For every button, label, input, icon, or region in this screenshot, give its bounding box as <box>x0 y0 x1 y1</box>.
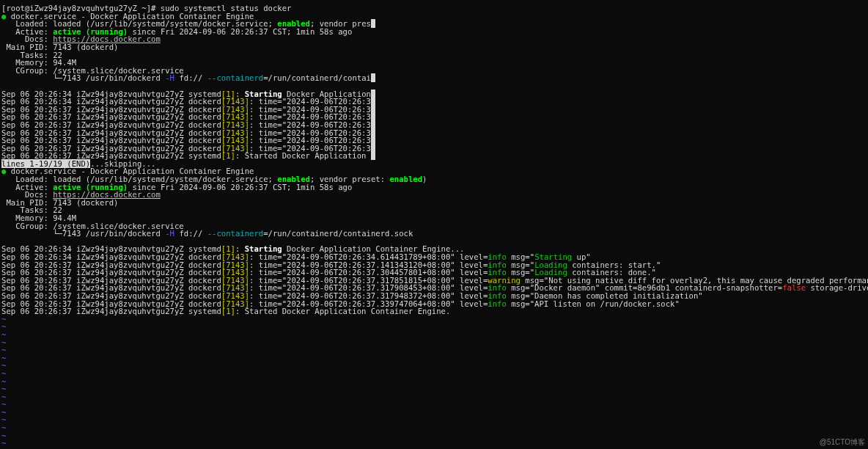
terminal-output[interactable]: [root@iZwz94jay8zvquhvtgu27yZ ~]# sudo s… <box>0 0 868 449</box>
watermark: @51CTO博客 <box>820 437 865 448</box>
